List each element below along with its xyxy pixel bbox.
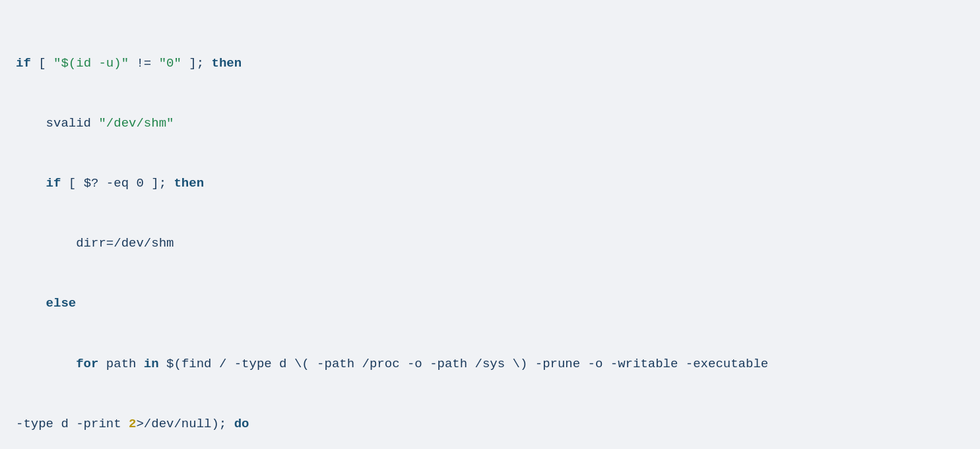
plain-text: != bbox=[129, 56, 159, 71]
code-line-3: if [ $? -eq 0 ]; then bbox=[16, 173, 964, 193]
indent bbox=[16, 176, 46, 191]
keyword-else: else bbox=[46, 296, 77, 311]
plain-text: -type d -print bbox=[16, 417, 129, 431]
indent bbox=[16, 357, 76, 371]
string-zero: "0" bbox=[159, 56, 181, 71]
code-line-1: if [ "$(id -u)" != "0" ]; then bbox=[16, 53, 964, 73]
keyword-do: do bbox=[234, 417, 249, 431]
number-2: 2 bbox=[129, 417, 136, 431]
keyword-then: then bbox=[212, 56, 242, 71]
code-line-4: dirr=/dev/shm bbox=[16, 233, 964, 253]
plain-text: path bbox=[98, 357, 143, 371]
keyword-then2: then bbox=[174, 176, 204, 191]
plain-text: >/dev/null); bbox=[136, 417, 234, 431]
keyword-if: if bbox=[16, 56, 31, 71]
plain-text: [ bbox=[31, 56, 53, 71]
string-devshm: "/dev/shm" bbox=[98, 116, 174, 131]
keyword-in: in bbox=[144, 357, 159, 371]
keyword-for: for bbox=[76, 357, 98, 371]
keyword-if2: if bbox=[46, 176, 61, 191]
code-line-2: svalid "/dev/shm" bbox=[16, 113, 964, 133]
plain-text: [ $? -eq 0 ]; bbox=[61, 176, 174, 191]
plain-text: dirr=/dev/shm bbox=[16, 236, 174, 251]
code-line-5: else bbox=[16, 293, 964, 313]
plain-text: svalid bbox=[16, 116, 98, 131]
code-line-6: for path in $(find / -type d \( -path /p… bbox=[16, 354, 964, 374]
code-line-7: -type d -print 2>/dev/null); do bbox=[16, 414, 964, 434]
plain-text: $(find / -type d \( -path /proc -o -path… bbox=[159, 357, 769, 371]
plain-text: ]; bbox=[181, 56, 212, 71]
indent bbox=[16, 296, 46, 311]
string-id: "$(id -u)" bbox=[53, 56, 129, 71]
code-display: if [ "$(id -u)" != "0" ]; then svalid "/… bbox=[16, 13, 964, 449]
